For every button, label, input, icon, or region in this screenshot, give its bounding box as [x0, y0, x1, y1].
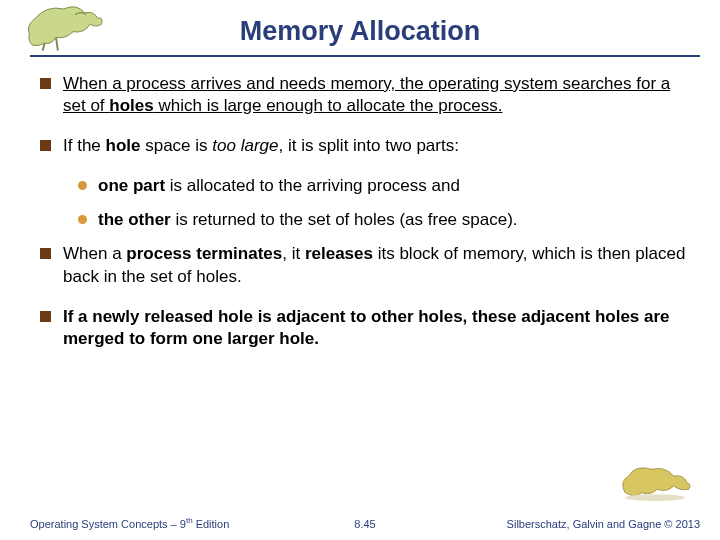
bullet-text: If the hole space is too large, it is sp… — [63, 135, 690, 157]
bullet-text: When a process terminates, it releases i… — [63, 243, 690, 287]
bullet-item: When a process terminates, it releases i… — [40, 243, 690, 287]
slide-content: When a process arrives and needs memory,… — [40, 73, 690, 368]
bullet-text: If a newly released hole is adjacent to … — [63, 306, 690, 350]
slide-header: Memory Allocation — [0, 0, 720, 58]
square-bullet-icon — [40, 78, 51, 89]
bullet-item: When a process arrives and needs memory,… — [40, 73, 690, 117]
footer-copyright: Silberschatz, Galvin and Gagne © 2013 — [507, 518, 700, 530]
footer-left: Operating System Concepts – 9th Edition — [30, 516, 229, 530]
title-rule — [30, 55, 700, 57]
slide-footer: Operating System Concepts – 9th Edition … — [30, 516, 700, 530]
dinosaur-icon — [614, 456, 700, 506]
svg-point-0 — [625, 494, 685, 501]
square-bullet-icon — [40, 311, 51, 322]
square-bullet-icon — [40, 248, 51, 259]
slide-title: Memory Allocation — [0, 16, 720, 47]
sub-bullet-text: one part is allocated to the arriving pr… — [98, 175, 690, 197]
footer-page-number: 8.45 — [354, 518, 375, 530]
square-bullet-icon — [40, 140, 51, 151]
bullet-item: If the hole space is too large, it is sp… — [40, 135, 690, 157]
sub-bullet-text: the other is returned to the set of hole… — [98, 209, 690, 231]
circle-bullet-icon — [78, 215, 87, 224]
circle-bullet-icon — [78, 181, 87, 190]
sub-bullet-item: the other is returned to the set of hole… — [78, 209, 690, 231]
bullet-item: If a newly released hole is adjacent to … — [40, 306, 690, 350]
bullet-text: When a process arrives and needs memory,… — [63, 73, 690, 117]
sub-bullet-item: one part is allocated to the arriving pr… — [78, 175, 690, 197]
slide: Memory Allocation When a process arrives… — [0, 0, 720, 540]
